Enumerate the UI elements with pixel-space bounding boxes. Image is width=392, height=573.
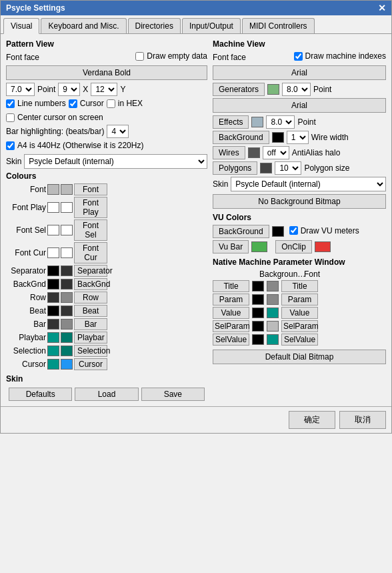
nmpw-title-right-btn[interactable]: Title bbox=[281, 280, 318, 292]
pattern-font-button[interactable]: Verdana Bold bbox=[6, 65, 207, 80]
effects-size-select[interactable]: 8.0 bbox=[266, 115, 295, 129]
bar-highlight-select[interactable]: 4 bbox=[107, 125, 129, 138]
generators-size-select[interactable]: 8.0 bbox=[282, 83, 311, 96]
defaults-button[interactable]: Defaults bbox=[9, 388, 72, 401]
colour-swatch-bar-2[interactable] bbox=[61, 319, 73, 330]
font-size-select[interactable]: 7.0 bbox=[6, 83, 35, 96]
skin-select[interactable]: Psycle Default (internal) bbox=[24, 154, 207, 169]
tab-input-output[interactable]: Input/Output bbox=[182, 18, 241, 33]
nmpw-param-right-btn[interactable]: Param bbox=[281, 294, 318, 306]
no-bg-bitmap-button[interactable]: No Background Bitmap bbox=[213, 194, 386, 209]
on-clip-swatch[interactable] bbox=[315, 241, 331, 252]
colour-swatch-sep-1[interactable] bbox=[47, 265, 59, 276]
nmpw-value-btn[interactable]: Value bbox=[213, 307, 249, 319]
mv-bg-swatch[interactable] bbox=[272, 132, 284, 143]
nmpw-selparam-font-swatch[interactable] bbox=[267, 321, 279, 332]
colour-swatch-sel-2[interactable] bbox=[61, 346, 73, 356]
mv-draw-machine-checkbox[interactable] bbox=[294, 52, 303, 61]
colour-swatch-fontplay-1[interactable] bbox=[47, 202, 59, 213]
colour-swatch-fontcur-2[interactable] bbox=[61, 247, 73, 258]
colour-row-btn[interactable]: Row bbox=[74, 292, 107, 304]
polygons-button[interactable]: Polygons bbox=[213, 161, 257, 175]
colour-fontcur-btn[interactable]: Font Cur bbox=[74, 242, 107, 263]
wire-width-select[interactable]: 1 bbox=[287, 131, 309, 144]
colour-swatch-playbar-2[interactable] bbox=[61, 332, 73, 343]
colour-selection-btn[interactable]: Selection bbox=[74, 345, 107, 357]
nmpw-selparam-btn[interactable]: SelParam bbox=[213, 320, 249, 332]
colour-beat-btn[interactable]: Beat bbox=[74, 305, 107, 317]
nmpw-param-bg-swatch[interactable] bbox=[252, 294, 264, 305]
y-select[interactable]: 12 bbox=[91, 83, 117, 96]
colour-swatch-bar-1[interactable] bbox=[47, 319, 59, 330]
colour-swatch-fontcur-1[interactable] bbox=[47, 247, 59, 258]
colour-swatch-beat-2[interactable] bbox=[61, 306, 73, 316]
colour-swatch-font-1[interactable] bbox=[47, 184, 59, 195]
cursor-checkbox[interactable] bbox=[69, 99, 77, 108]
line-numbers-checkbox[interactable] bbox=[6, 99, 15, 108]
center-cursor-checkbox[interactable] bbox=[6, 113, 15, 122]
vu-bg-swatch[interactable] bbox=[272, 226, 284, 237]
on-clip-button[interactable]: OnClip bbox=[275, 240, 312, 253]
colour-swatch-fontsel-2[interactable] bbox=[61, 225, 73, 235]
generators-swatch[interactable] bbox=[267, 84, 279, 95]
colour-fontplay-btn[interactable]: Font Play bbox=[74, 197, 107, 218]
nmpw-selvalue-font-swatch[interactable] bbox=[267, 334, 279, 345]
nmpw-selparam-bg-swatch[interactable] bbox=[252, 321, 264, 332]
confirm-button[interactable]: 确定 bbox=[289, 411, 335, 429]
mv-font-button[interactable]: Arial bbox=[213, 65, 386, 80]
effects-swatch[interactable] bbox=[251, 117, 263, 127]
nmpw-title-bg-swatch[interactable] bbox=[252, 281, 264, 292]
in-hex-checkbox[interactable] bbox=[107, 99, 115, 108]
colour-swatch-bg-2[interactable] bbox=[61, 279, 73, 290]
nmpw-param-font-swatch[interactable] bbox=[267, 294, 279, 305]
wires-swatch[interactable] bbox=[248, 147, 260, 158]
cancel-button[interactable]: 取消 bbox=[339, 411, 386, 429]
vu-bar-button[interactable]: Vu Bar bbox=[213, 240, 249, 253]
colour-backgnd-btn[interactable]: BackGnd bbox=[74, 278, 107, 290]
nmpw-title-font-swatch[interactable] bbox=[267, 281, 279, 292]
nmpw-title-btn[interactable]: Title bbox=[213, 280, 249, 292]
nmpw-selparam-right-btn[interactable]: SelParam bbox=[281, 320, 318, 332]
antialias-select[interactable]: off bbox=[263, 146, 289, 159]
close-button[interactable]: ✕ bbox=[378, 3, 386, 13]
nmpw-param-btn[interactable]: Param bbox=[213, 294, 249, 306]
colour-separator-btn[interactable]: Separator bbox=[74, 265, 107, 277]
colour-fontsel-btn[interactable]: Font Sel bbox=[74, 219, 107, 241]
load-button[interactable]: Load bbox=[75, 388, 138, 401]
tab-midi[interactable]: MIDI Controllers bbox=[242, 18, 315, 33]
colour-swatch-cur-1[interactable] bbox=[47, 359, 59, 370]
generators-button[interactable]: Generators bbox=[213, 83, 265, 96]
colour-swatch-cur-2[interactable] bbox=[61, 359, 73, 370]
draw-empty-checkbox[interactable] bbox=[135, 52, 144, 61]
colour-bar-btn[interactable]: Bar bbox=[74, 318, 107, 330]
tab-keyboard[interactable]: Keyboard and Misc. bbox=[41, 18, 126, 33]
colour-playbar-btn[interactable]: Playbar bbox=[74, 332, 107, 344]
vu-bar-swatch[interactable] bbox=[251, 241, 267, 252]
polygons-swatch[interactable] bbox=[260, 163, 272, 173]
colour-swatch-beat-1[interactable] bbox=[47, 306, 59, 316]
default-dial-button[interactable]: Default Dial Bitmap bbox=[213, 350, 386, 364]
mv-skin-select[interactable]: Psycle Default (internal) bbox=[231, 177, 386, 191]
wires-button[interactable]: Wires bbox=[213, 146, 245, 159]
mv-bg-button[interactable]: BackGround bbox=[213, 131, 269, 144]
vu-draw-checkbox[interactable] bbox=[289, 226, 298, 235]
nmpw-value-bg-swatch[interactable] bbox=[252, 308, 264, 318]
a4-checkbox[interactable] bbox=[6, 141, 15, 150]
colour-swatch-playbar-1[interactable] bbox=[47, 332, 59, 343]
nmpw-selvalue-bg-swatch[interactable] bbox=[252, 334, 264, 345]
colour-swatch-fontsel-1[interactable] bbox=[47, 225, 59, 235]
effects-button[interactable]: Effects bbox=[213, 115, 249, 129]
save-button[interactable]: Save bbox=[141, 388, 205, 401]
nmpw-selvalue-right-btn[interactable]: SelValue bbox=[281, 334, 318, 346]
colour-swatch-sep-2[interactable] bbox=[61, 265, 73, 276]
colour-swatch-row-1[interactable] bbox=[47, 292, 59, 303]
colour-swatch-font-2[interactable] bbox=[61, 184, 73, 195]
tab-visual[interactable]: Visual bbox=[3, 18, 39, 34]
colour-swatch-row-2[interactable] bbox=[61, 292, 73, 303]
tab-directories[interactable]: Directories bbox=[128, 18, 181, 33]
colour-cursor-btn[interactable]: Cursor bbox=[74, 358, 107, 370]
colour-swatch-fontplay-2[interactable] bbox=[61, 202, 73, 213]
nmpw-selvalue-btn[interactable]: SelValue bbox=[213, 334, 249, 346]
nmpw-value-right-btn[interactable]: Value bbox=[281, 307, 318, 319]
colour-swatch-bg-1[interactable] bbox=[47, 279, 59, 290]
